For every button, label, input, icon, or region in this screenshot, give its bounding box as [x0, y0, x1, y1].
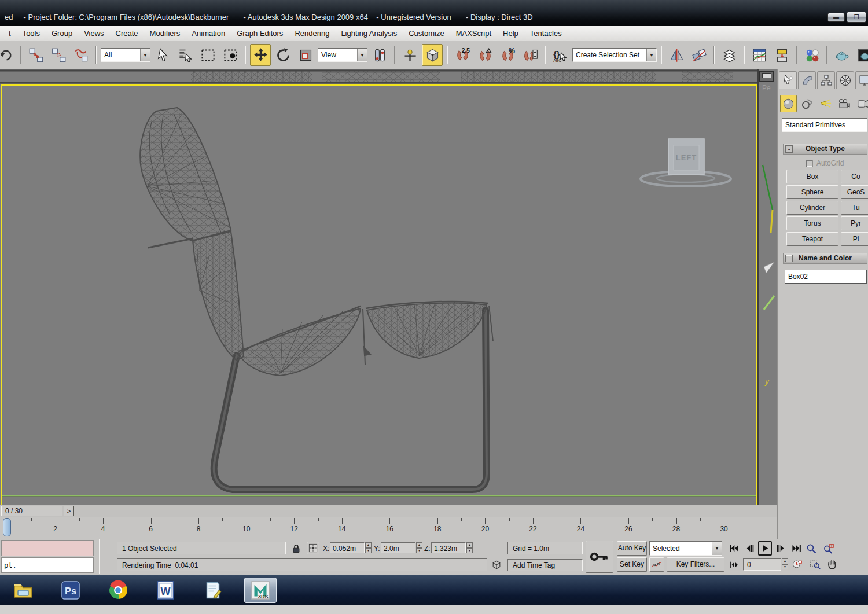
time-slider-frame-display[interactable]: 0 / 30	[1, 506, 62, 516]
set-key-button[interactable]: Set Key	[617, 557, 647, 572]
hierarchy-tab-icon[interactable]	[817, 71, 835, 89]
menu-item-customize[interactable]: Customize	[403, 27, 450, 39]
lights-category-icon[interactable]	[817, 95, 834, 112]
z-coordinate-field[interactable]: 1.323m	[431, 542, 466, 553]
frame-spinner[interactable]: ▲▼	[782, 558, 788, 569]
key-mode-toggle-icon[interactable]	[728, 558, 741, 571]
next-frame-icon[interactable]	[774, 541, 788, 556]
select-and-manipulate-icon[interactable]	[399, 44, 420, 66]
object-type-button-tu[interactable]: Tu	[841, 201, 868, 215]
current-frame-field[interactable]: 0	[743, 558, 781, 571]
auto-key-button[interactable]: Auto Key	[617, 541, 647, 556]
name-and-color-rollout-header[interactable]: - Name and Color	[783, 253, 867, 264]
taskbar-app-word[interactable]: W	[149, 578, 182, 603]
display-tab-icon[interactable]	[855, 71, 868, 89]
time-slider-row[interactable]: 0 / 30 >	[0, 505, 777, 517]
play-animation-icon[interactable]	[758, 541, 772, 556]
object-type-button-torus[interactable]: Torus	[786, 216, 838, 230]
object-type-button-sphere[interactable]: Sphere	[786, 185, 838, 199]
select-and-move-icon[interactable]	[250, 44, 271, 66]
taskbar-app-notepad[interactable]	[197, 578, 229, 603]
unlink-selection-icon[interactable]	[48, 44, 69, 66]
motion-tab-icon[interactable]	[836, 71, 854, 89]
viewcube-face-label[interactable]: LEFT	[676, 153, 697, 162]
reference-coordinate-dropdown[interactable]: View▼	[318, 48, 367, 62]
minimize-button[interactable]: ▬	[827, 13, 845, 22]
object-type-button-cylinder[interactable]: Cylinder	[786, 201, 838, 215]
curve-editor-icon[interactable]	[749, 44, 770, 66]
object-type-button-teapot[interactable]: Teapot	[786, 232, 838, 246]
schematic-view-icon[interactable]	[771, 44, 792, 66]
primitive-category-dropdown[interactable]: Standard Primitives	[782, 118, 867, 132]
snap-25d-icon[interactable]: 2.5	[452, 44, 473, 66]
create-tab-icon[interactable]	[779, 71, 797, 89]
window-crossing-toggle-icon[interactable]	[220, 44, 241, 66]
go-to-end-icon[interactable]	[789, 541, 803, 556]
zoom-icon[interactable]	[804, 542, 818, 556]
object-type-button-box[interactable]: Box	[786, 170, 838, 183]
left-viewport[interactable]: LEFT	[1, 84, 757, 505]
snap-toggle-3d-icon[interactable]	[422, 44, 443, 66]
time-tag-cube-icon[interactable]	[490, 558, 503, 572]
track-bar[interactable]: 024681012141618202224262830	[0, 517, 777, 539]
select-by-name-icon[interactable]	[175, 44, 196, 66]
menu-item-maxscript[interactable]: MAXScript	[450, 27, 497, 39]
pan-hand-icon[interactable]	[825, 557, 839, 571]
autogrid-checkbox[interactable]	[806, 160, 813, 167]
cameras-category-icon[interactable]	[836, 95, 852, 112]
previous-frame-icon[interactable]	[742, 541, 756, 556]
object-type-rollout-header[interactable]: - Object Type	[783, 144, 867, 155]
menu-item-lighting-analysis[interactable]: Lighting Analysis	[335, 27, 403, 39]
x-coordinate-field[interactable]: 0.052m	[330, 542, 365, 553]
y-coordinate-field[interactable]: 2.0m	[381, 542, 415, 553]
add-time-tag-field[interactable]: Add Time Tag	[507, 559, 583, 571]
time-slider-next-button[interactable]: >	[64, 506, 74, 516]
menu-item-modifiers[interactable]: Modifiers	[144, 27, 186, 39]
select-object-icon[interactable]	[152, 44, 173, 66]
select-and-link-icon[interactable]	[25, 44, 46, 66]
object-type-button-co[interactable]: Co	[841, 170, 868, 183]
zoom-region-icon[interactable]	[808, 557, 822, 571]
percent-snap-icon[interactable]: %	[497, 44, 518, 66]
align-icon[interactable]	[689, 44, 709, 66]
angle-snap-icon[interactable]	[475, 44, 495, 66]
viewcube[interactable]: LEFT	[641, 139, 731, 186]
zoom-all-icon[interactable]	[822, 542, 836, 556]
select-and-rotate-icon[interactable]	[273, 44, 293, 66]
shapes-category-icon[interactable]	[799, 95, 815, 112]
spinner-snap-icon[interactable]	[520, 44, 540, 66]
maxscript-mini-listener-white[interactable]: pt.	[1, 557, 94, 573]
perspective-viewport-sliver[interactable]: Pe y	[757, 69, 777, 505]
menu-item-rendering[interactable]: Rendering	[289, 27, 335, 39]
y-spinner[interactable]: ▲▼	[416, 542, 422, 553]
menu-item-animation[interactable]: Animation	[186, 27, 231, 39]
taskbar-app-windows-explorer[interactable]	[7, 578, 39, 603]
menu-item-create[interactable]: Create	[110, 27, 144, 39]
object-type-button-geos[interactable]: GeoS	[841, 185, 868, 199]
menu-item-t[interactable]: t	[3, 27, 17, 39]
geometry-category-icon[interactable]	[780, 95, 797, 112]
layer-manager-icon[interactable]	[719, 44, 740, 66]
set-key-curve-toggle-icon[interactable]	[649, 557, 664, 572]
taskbar-app-photoshop[interactable]: Ps	[54, 578, 87, 603]
selection-filter-dropdown[interactable]: All▼	[101, 48, 150, 62]
viewport-area[interactable]: LEFT Pe y	[0, 69, 777, 505]
x-spinner[interactable]: ▲▼	[365, 542, 372, 553]
chevron-down-icon[interactable]: ▼	[357, 49, 367, 61]
time-configuration-icon[interactable]	[790, 557, 804, 571]
menu-item-tentacles[interactable]: Tentacles	[524, 27, 568, 39]
menu-item-tools[interactable]: Tools	[17, 27, 46, 39]
key-filters-button[interactable]: Key Filters...	[667, 557, 724, 572]
time-slider-handle[interactable]	[3, 518, 11, 536]
bind-to-spacewarp-icon[interactable]	[71, 44, 91, 66]
collapse-rollout-icon[interactable]: -	[785, 255, 793, 262]
modify-tab-icon[interactable]	[798, 71, 816, 89]
mirror-icon[interactable]	[666, 44, 687, 66]
menu-item-group[interactable]: Group	[46, 27, 78, 39]
z-spinner[interactable]: ▲▼	[466, 542, 473, 553]
render-last-icon[interactable]	[854, 44, 868, 66]
menu-item-views[interactable]: Views	[78, 27, 109, 39]
set-keys-button[interactable]	[586, 541, 613, 573]
menu-item-help[interactable]: Help	[497, 27, 524, 39]
named-selection-sets-icon[interactable]: {}ABC	[550, 44, 571, 66]
